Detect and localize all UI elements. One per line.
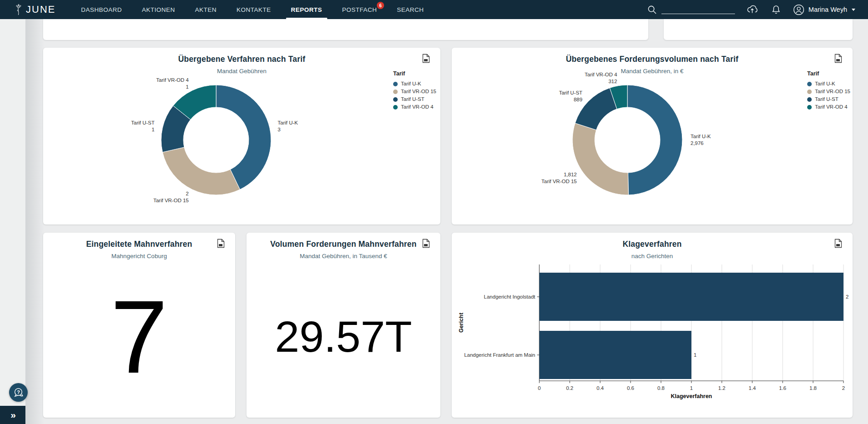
legend-label: Tarif U-ST — [815, 95, 838, 103]
legend-item[interactable]: Tarif U-K — [807, 80, 862, 88]
nav-item-akten[interactable]: AKTEN — [195, 0, 217, 19]
app-logo[interactable]: JUNE — [14, 3, 55, 16]
chevron-down-icon — [852, 9, 855, 11]
nav-item-kontakte[interactable]: KONTAKTE — [237, 0, 271, 19]
legend-label: Tarif U-K — [815, 80, 835, 88]
legend-label: Tarif U-K — [401, 80, 421, 88]
donut-chart-volumen: Tarif U-K2,9761,812Tarif VR-OD 15Tarif U… — [452, 48, 853, 224]
help-chat-icon: ? — [13, 387, 25, 399]
legend-label: Tarif VR-OD 4 — [401, 103, 434, 111]
left-rail — [0, 19, 25, 424]
donut-label: Tarif U-K2,976 — [690, 134, 711, 146]
bar — [539, 273, 843, 321]
nav-item-label: AKTIONEN — [142, 6, 175, 13]
legend-label: Tarif VR-OD 15 — [815, 88, 850, 95]
cloud-upload-icon[interactable] — [747, 5, 758, 15]
donut-label: Tarif U-ST1 — [131, 120, 155, 132]
legend-title: Tarif — [807, 70, 862, 77]
search-icon[interactable] — [647, 5, 657, 15]
legend-swatch — [807, 105, 812, 110]
legend-swatch — [393, 105, 398, 110]
legend-swatch — [807, 90, 812, 94]
help-chat-button[interactable]: ? — [9, 383, 28, 402]
legend-title: Tarif — [393, 70, 448, 77]
card-title: Volumen Forderungen Mahnverfahren — [247, 233, 440, 249]
postfach-badge: 6 — [377, 2, 384, 9]
legend-swatch — [393, 97, 398, 102]
legend-swatch — [393, 90, 398, 94]
kpi-value: 7 — [43, 267, 235, 406]
card-subtitle: Mandat Gebühren, in Tausend € — [247, 253, 440, 259]
nav-right: Marina Weyh — [647, 4, 855, 16]
avatar-icon — [793, 4, 805, 16]
nav-item-label: REPORTS — [291, 6, 322, 13]
x-tick-label: 1 — [690, 385, 693, 391]
x-tick-label: 1.8 — [809, 385, 817, 391]
nav-item-label: KONTAKTE — [237, 6, 271, 13]
card-mahnverfahren-count: Eingeleitete Mahnverfahren Mahngericht C… — [43, 233, 235, 418]
x-tick-label: 0.2 — [566, 385, 573, 391]
donut-label: Tarif VR-OD 41 — [156, 77, 189, 90]
partial-card-top-left — [43, 19, 648, 40]
legend-label: Tarif U-ST — [401, 95, 424, 103]
left-rail-shadow — [25, 19, 44, 424]
donut-label: Tarif U-ST889 — [559, 90, 582, 102]
user-name: Marina Weyh — [809, 6, 847, 13]
legend-label: Tarif VR-OD 4 — [815, 103, 848, 111]
card-forderungsvolumen: Übergebenes Forderungsvolumen nach Tarif… — [452, 48, 853, 224]
x-tick-label: 0.8 — [657, 385, 665, 391]
user-menu[interactable]: Marina Weyh — [793, 4, 855, 16]
nav-search-input[interactable] — [661, 5, 735, 14]
bar-value-label: 1 — [694, 352, 696, 358]
bell-icon[interactable] — [771, 5, 781, 15]
nav-item-label: POSTFACH — [342, 6, 377, 13]
legend-label: Tarif VR-OD 15 — [401, 88, 436, 95]
x-tick-label: 0.6 — [627, 385, 634, 391]
donut-label: Tarif U-K3 — [278, 120, 298, 132]
card-klageverfahren: Klageverfahren nach Gerichten 00.20.40.6… — [452, 233, 853, 418]
donut-chart-verfahren: Tarif U-K32Tarif VR-OD 15Tarif U-ST1Tari… — [43, 48, 440, 224]
nav-item-search[interactable]: SEARCH — [397, 0, 424, 19]
legend-swatch — [393, 82, 398, 86]
x-tick-label: 0 — [538, 385, 541, 391]
y-tick-label: Landgericht Ingolstadt — [484, 294, 536, 299]
legend-swatch — [807, 97, 812, 102]
svg-text:?: ? — [17, 389, 20, 394]
card-subtitle: Mahngericht Coburg — [43, 253, 235, 259]
export-icon[interactable] — [217, 239, 225, 248]
nav-item-label: SEARCH — [397, 6, 424, 13]
legend-item[interactable]: Tarif VR-OD 4 — [807, 103, 862, 111]
top-nav: JUNE DASHBOARDAKTIONENAKTENKONTAKTEREPOR… — [0, 0, 868, 19]
donut-segment — [627, 85, 682, 195]
legend-item[interactable]: Tarif U-ST — [393, 95, 448, 103]
card-mahnverfahren-volumen: Volumen Forderungen Mahnverfahren Mandat… — [247, 233, 440, 418]
logo-text: JUNE — [26, 4, 55, 15]
legend-item[interactable]: Tarif VR-OD 4 — [393, 103, 448, 111]
legend-item[interactable]: Tarif VR-OD 15 — [393, 88, 448, 95]
partial-card-top-right — [664, 19, 853, 40]
logo-flower-icon — [14, 3, 24, 16]
donut-segment — [572, 123, 628, 195]
donut-label: 1,812Tarif VR-OD 15 — [542, 172, 577, 184]
nav-item-aktionen[interactable]: AKTIONEN — [142, 0, 175, 19]
y-tick-label: Landgericht Frankfurt am Main — [464, 352, 535, 358]
legend-item[interactable]: Tarif VR-OD 15 — [807, 88, 862, 95]
legend-item[interactable]: Tarif U-K — [393, 80, 448, 88]
x-tick-label: 1.4 — [749, 385, 756, 391]
nav-item-postfach[interactable]: POSTFACH6 — [342, 0, 377, 19]
sidebar-expand-button[interactable]: » — [0, 406, 25, 424]
card-title: Eingeleitete Mahnverfahren — [43, 233, 235, 249]
bar-chart-klageverfahren: 00.20.40.60.811.21.41.61.82Landgericht I… — [452, 233, 853, 418]
nav-item-reports[interactable]: REPORTS — [291, 0, 322, 19]
export-icon[interactable] — [422, 239, 430, 248]
donut-label: 2Tarif VR-OD 15 — [153, 191, 189, 203]
nav-item-label: AKTEN — [195, 6, 217, 13]
x-tick-label: 1.2 — [718, 385, 725, 391]
y-axis-title: Gericht — [458, 312, 464, 333]
legend-item[interactable]: Tarif U-ST — [807, 95, 862, 103]
donut-label: Tarif VR-OD 4312 — [585, 72, 617, 84]
card-uebergebene-verfahren: Übergebene Verfahren nach Tarif Mandat G… — [43, 48, 440, 224]
x-tick-label: 0.4 — [597, 385, 604, 391]
legend-swatch — [807, 82, 812, 86]
nav-item-dashboard[interactable]: DASHBOARD — [81, 0, 122, 19]
